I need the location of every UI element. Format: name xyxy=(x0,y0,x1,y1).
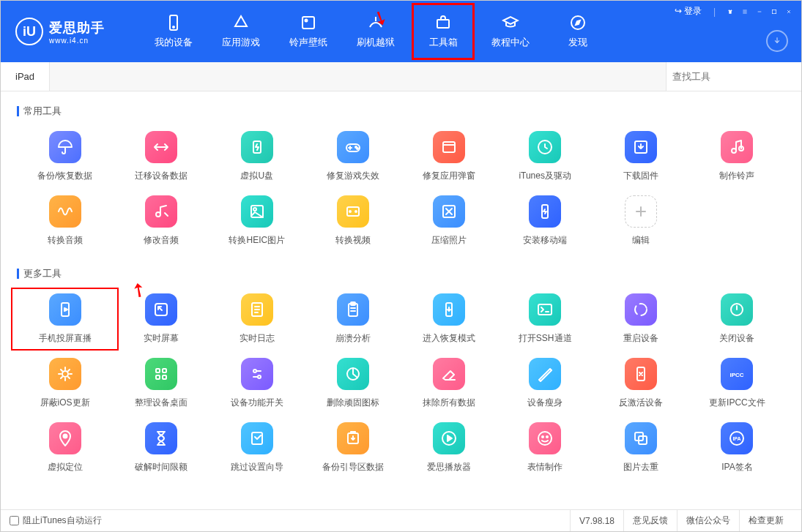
tool-label: 破解时间限额 xyxy=(135,461,187,473)
maximize-button[interactable] xyxy=(768,5,781,18)
tool-label: 制作铃声 xyxy=(719,170,754,182)
music-icon xyxy=(721,131,753,163)
tool-hourglass[interactable]: 破解时间限额 xyxy=(113,422,209,473)
wave-icon xyxy=(49,195,81,228)
nav-toolbox[interactable]: 工具箱 xyxy=(409,1,477,62)
tool-phone-x[interactable]: 反激活设备 xyxy=(593,358,689,409)
tool-label: 手机投屏直播 xyxy=(39,332,92,345)
feedback-link[interactable]: 意见反馈 xyxy=(623,510,677,531)
svg-point-32 xyxy=(635,304,647,315)
tool-dedupe[interactable]: 图片去重 xyxy=(593,422,689,473)
nav-discover[interactable]: 发现 xyxy=(544,1,612,62)
svg-point-34 xyxy=(62,371,68,377)
tool-ipa[interactable]: IPAIPA签名 xyxy=(689,422,785,473)
tool-pie[interactable]: 删除顽固图标 xyxy=(305,358,401,409)
tool-battery[interactable]: 虚拟U盘 xyxy=(209,131,305,182)
tool-brush[interactable]: 设备瘦身 xyxy=(497,358,593,409)
tool-toggle[interactable]: 设备功能开关 xyxy=(209,358,305,409)
nav-tutorials[interactable]: 教程中心 xyxy=(477,1,544,62)
tool-location[interactable]: 虚拟定位 xyxy=(17,422,113,473)
tool-mobile[interactable]: 安装移动端 xyxy=(497,195,593,247)
nav-apps[interactable]: 应用游戏 xyxy=(207,1,275,62)
nav-my-device[interactable]: 我的设备 xyxy=(140,1,207,62)
compass-icon xyxy=(569,14,587,31)
nav-flash[interactable]: 刷机越狱 xyxy=(342,1,409,62)
tool-screen[interactable]: 实时屏幕 xyxy=(113,293,209,345)
device-tab[interactable]: iPad xyxy=(1,62,50,91)
tool-label: 修复游戏失效 xyxy=(327,170,379,182)
svg-point-19 xyxy=(253,208,256,211)
tool-loading[interactable]: 重启设备 xyxy=(593,293,689,345)
tool-itunes[interactable]: iTunes及驱动 xyxy=(497,131,593,182)
menu-icon[interactable] xyxy=(738,5,751,18)
skip-icon xyxy=(241,422,273,454)
tool-label: 备份引导区数据 xyxy=(322,461,384,473)
minimize-button[interactable] xyxy=(753,5,766,18)
tool-emoji[interactable]: 表情制作 xyxy=(497,422,593,473)
tool-wave[interactable]: 转换音频 xyxy=(17,195,113,247)
phone-icon xyxy=(165,14,182,31)
shirt-icon[interactable] xyxy=(724,5,737,18)
tool-label: 虚拟U盘 xyxy=(240,170,273,182)
download-manager-button[interactable] xyxy=(766,30,788,52)
search-input[interactable] xyxy=(672,71,795,82)
svg-text:IPCC: IPCC xyxy=(730,372,744,378)
tool-label: 安装移动端 xyxy=(523,234,567,247)
tool-label: 崩溃分析 xyxy=(335,332,371,345)
tool-skip[interactable]: 跳过设置向导 xyxy=(209,422,305,473)
tool-erase[interactable]: 抹除所有数据 xyxy=(401,358,497,409)
tool-log[interactable]: 实时日志 xyxy=(209,293,305,345)
appstore-icon xyxy=(232,14,250,31)
tool-label: 进入恢复模式 xyxy=(423,332,475,345)
tool-label: 更新IPCC文件 xyxy=(709,397,765,409)
svg-point-48 xyxy=(538,432,552,445)
check-update-link[interactable]: 检查更新 xyxy=(739,510,792,531)
tool-label: 跳过设置向导 xyxy=(231,461,283,473)
tool-download[interactable]: 下载固件 xyxy=(593,131,689,182)
tool-phone-down[interactable]: 进入恢复模式 xyxy=(401,293,497,345)
tool-transfer[interactable]: 迁移设备数据 xyxy=(113,131,209,182)
image-icon xyxy=(300,14,317,31)
tool-compress[interactable]: 压缩照片 xyxy=(401,195,497,247)
ipcc-icon: IPCC xyxy=(721,358,753,390)
tool-gear-block[interactable]: 屏蔽iOS更新 xyxy=(17,358,113,409)
block-itunes-checkbox[interactable]: 阻止iTunes自动运行 xyxy=(10,514,102,527)
phone-x-icon xyxy=(625,358,657,390)
nav-label: 铃声壁纸 xyxy=(289,36,327,49)
tool-boot[interactable]: 备份引导区数据 xyxy=(305,422,401,473)
tool-umbrella[interactable]: 备份/恢复数据 xyxy=(17,131,113,182)
svg-point-11 xyxy=(357,148,358,149)
login-link[interactable]: ↪ 登录 xyxy=(671,4,705,19)
tool-label: 转换音频 xyxy=(48,234,83,247)
wechat-link[interactable]: 微信公众号 xyxy=(677,510,739,531)
tool-play[interactable]: 爱思播放器 xyxy=(401,422,497,473)
nav-ringtones[interactable]: 铃声壁纸 xyxy=(275,1,342,62)
tool-window[interactable]: 修复应用弹窗 xyxy=(401,131,497,182)
tool-music[interactable]: 制作铃声 xyxy=(689,131,785,182)
tool-ipcc[interactable]: IPCC更新IPCC文件 xyxy=(689,358,785,409)
svg-point-22 xyxy=(355,211,357,212)
checkbox-input[interactable] xyxy=(10,516,19,525)
tool-label: 迁移设备数据 xyxy=(135,170,187,182)
search-box xyxy=(666,62,801,91)
tool-label: IPA签名 xyxy=(721,461,752,473)
tool-label: 下载固件 xyxy=(623,170,658,182)
tool-clipboard[interactable]: 崩溃分析 xyxy=(305,293,401,345)
title-bar-controls: ↪ 登录 | xyxy=(671,4,795,19)
svg-rect-2 xyxy=(302,17,314,29)
tool-video[interactable]: 转换视频 xyxy=(305,195,401,247)
tool-terminal[interactable]: 打开SSH通道 xyxy=(497,293,593,345)
download-icon xyxy=(625,131,657,163)
gear-block-icon xyxy=(49,358,81,390)
close-button[interactable] xyxy=(782,5,795,18)
tool-music-edit[interactable]: 修改音频 xyxy=(113,195,209,247)
tool-grid[interactable]: 整理设备桌面 xyxy=(113,358,209,409)
tool-image[interactable]: 转换HEIC图片 xyxy=(209,195,305,247)
tool-gamepad[interactable]: 修复游戏失效 xyxy=(305,131,401,182)
svg-rect-4 xyxy=(437,20,449,28)
tool-plus[interactable]: 编辑 xyxy=(593,195,689,247)
tool-play-phone[interactable]: 手机投屏直播 xyxy=(15,292,114,346)
tool-power[interactable]: 关闭设备 xyxy=(689,293,785,345)
transfer-icon xyxy=(145,131,177,163)
more-tools-grid: 手机投屏直播实时屏幕实时日志崩溃分析进入恢复模式打开SSH通道重启设备关闭设备屏… xyxy=(17,293,785,473)
